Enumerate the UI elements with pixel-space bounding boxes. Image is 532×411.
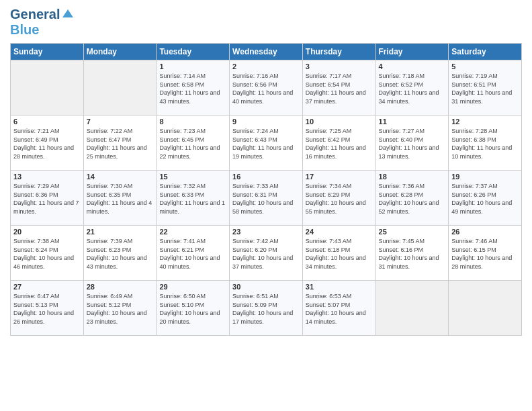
calendar-cell: 8Sunrise: 7:23 AM Sunset: 6:45 PM Daylig…	[157, 116, 230, 171]
day-detail: Sunrise: 7:28 AM Sunset: 6:38 PM Dayligh…	[451, 127, 519, 161]
calendar-cell: 22Sunrise: 7:41 AM Sunset: 6:21 PM Dayli…	[157, 226, 230, 281]
day-detail: Sunrise: 7:24 AM Sunset: 6:43 PM Dayligh…	[232, 127, 300, 161]
day-detail: Sunrise: 7:34 AM Sunset: 6:29 PM Dayligh…	[306, 182, 373, 216]
logo-text-general: General	[10, 7, 60, 22]
day-detail: Sunrise: 7:19 AM Sunset: 6:51 PM Dayligh…	[451, 72, 519, 105]
calendar-cell: 10Sunrise: 7:25 AM Sunset: 6:42 PM Dayli…	[302, 116, 375, 171]
day-detail: Sunrise: 6:50 AM Sunset: 5:10 PM Dayligh…	[159, 292, 226, 326]
calendar-cell: 4Sunrise: 7:18 AM Sunset: 6:52 PM Daylig…	[375, 60, 449, 116]
calendar-cell: 6Sunrise: 7:21 AM Sunset: 6:49 PM Daylig…	[11, 116, 84, 171]
day-detail: Sunrise: 7:33 AM Sunset: 6:31 PM Dayligh…	[232, 182, 300, 216]
day-header-saturday: Saturday	[449, 44, 522, 60]
day-detail: Sunrise: 7:42 AM Sunset: 6:20 PM Dayligh…	[232, 237, 300, 271]
day-detail: Sunrise: 7:21 AM Sunset: 6:49 PM Dayligh…	[13, 127, 81, 161]
day-number: 31	[306, 283, 373, 291]
day-number: 13	[13, 173, 81, 181]
day-detail: Sunrise: 7:41 AM Sunset: 6:21 PM Dayligh…	[159, 237, 226, 271]
day-detail: Sunrise: 6:49 AM Sunset: 5:12 PM Dayligh…	[87, 292, 154, 326]
day-number: 4	[379, 62, 446, 71]
header: General Blue	[10, 7, 522, 38]
day-header-tuesday: Tuesday	[157, 44, 230, 60]
logo: General Blue	[10, 7, 73, 38]
calendar-cell: 28Sunrise: 6:49 AM Sunset: 5:12 PM Dayli…	[83, 281, 157, 336]
calendar-cell: 15Sunrise: 7:32 AM Sunset: 6:33 PM Dayli…	[157, 171, 230, 226]
day-header-wednesday: Wednesday	[230, 44, 303, 60]
calendar-cell: 12Sunrise: 7:28 AM Sunset: 6:38 PM Dayli…	[449, 116, 522, 171]
days-row: SundayMondayTuesdayWednesdayThursdayFrid…	[11, 44, 522, 60]
calendar-cell	[449, 281, 522, 336]
day-number: 3	[306, 62, 373, 71]
day-detail: Sunrise: 7:36 AM Sunset: 6:28 PM Dayligh…	[379, 182, 446, 216]
day-number: 1	[159, 62, 226, 71]
day-header-sunday: Sunday	[11, 44, 84, 60]
day-number: 21	[87, 228, 154, 236]
day-detail: Sunrise: 6:51 AM Sunset: 5:09 PM Dayligh…	[232, 292, 300, 326]
day-detail: Sunrise: 7:32 AM Sunset: 6:33 PM Dayligh…	[159, 182, 226, 216]
day-detail: Sunrise: 7:46 AM Sunset: 6:15 PM Dayligh…	[451, 237, 519, 271]
day-detail: Sunrise: 7:39 AM Sunset: 6:23 PM Dayligh…	[87, 237, 154, 271]
calendar-cell: 30Sunrise: 6:51 AM Sunset: 5:09 PM Dayli…	[230, 281, 303, 336]
day-number: 30	[232, 283, 300, 291]
calendar-cell: 24Sunrise: 7:43 AM Sunset: 6:18 PM Dayli…	[302, 226, 375, 281]
day-number: 27	[13, 283, 81, 291]
day-detail: Sunrise: 7:30 AM Sunset: 6:35 PM Dayligh…	[87, 182, 154, 216]
calendar-cell: 31Sunrise: 6:53 AM Sunset: 5:07 PM Dayli…	[302, 281, 375, 336]
week-row-1: 1Sunrise: 7:14 AM Sunset: 6:58 PM Daylig…	[11, 60, 522, 116]
day-number: 23	[232, 228, 300, 236]
calendar-cell: 3Sunrise: 7:17 AM Sunset: 6:54 PM Daylig…	[302, 60, 375, 116]
day-detail: Sunrise: 7:18 AM Sunset: 6:52 PM Dayligh…	[379, 72, 446, 105]
day-header-monday: Monday	[83, 44, 157, 60]
calendar-cell	[83, 60, 157, 116]
day-header-friday: Friday	[375, 44, 449, 60]
day-number: 8	[159, 118, 226, 126]
calendar-cell: 23Sunrise: 7:42 AM Sunset: 6:20 PM Dayli…	[230, 226, 303, 281]
calendar-cell: 21Sunrise: 7:39 AM Sunset: 6:23 PM Dayli…	[83, 226, 157, 281]
calendar-cell: 14Sunrise: 7:30 AM Sunset: 6:35 PM Dayli…	[83, 171, 157, 226]
calendar-cell: 19Sunrise: 7:37 AM Sunset: 6:26 PM Dayli…	[449, 171, 522, 226]
day-detail: Sunrise: 7:25 AM Sunset: 6:42 PM Dayligh…	[306, 127, 373, 161]
day-number: 5	[451, 62, 519, 71]
calendar-page: General Blue SundayMondayTuesdayWednesda…	[0, 0, 532, 411]
day-number: 28	[87, 283, 154, 291]
day-number: 11	[379, 118, 446, 126]
day-number: 12	[451, 118, 519, 126]
calendar-cell: 20Sunrise: 7:38 AM Sunset: 6:24 PM Dayli…	[11, 226, 84, 281]
day-number: 16	[232, 173, 300, 181]
day-detail: Sunrise: 7:14 AM Sunset: 6:58 PM Dayligh…	[159, 72, 226, 105]
calendar-cell: 17Sunrise: 7:34 AM Sunset: 6:29 PM Dayli…	[302, 171, 375, 226]
calendar-body: 1Sunrise: 7:14 AM Sunset: 6:58 PM Daylig…	[11, 60, 522, 336]
calendar-cell: 1Sunrise: 7:14 AM Sunset: 6:58 PM Daylig…	[157, 60, 230, 116]
day-detail: Sunrise: 7:16 AM Sunset: 6:56 PM Dayligh…	[232, 72, 300, 105]
logo-triangle-icon	[62, 8, 73, 21]
calendar-table: SundayMondayTuesdayWednesdayThursdayFrid…	[10, 43, 522, 336]
calendar-cell: 16Sunrise: 7:33 AM Sunset: 6:31 PM Dayli…	[230, 171, 303, 226]
calendar-cell: 13Sunrise: 7:29 AM Sunset: 6:36 PM Dayli…	[11, 171, 84, 226]
day-detail: Sunrise: 7:29 AM Sunset: 6:36 PM Dayligh…	[13, 182, 81, 216]
day-header-thursday: Thursday	[302, 44, 375, 60]
calendar-cell: 11Sunrise: 7:27 AM Sunset: 6:40 PM Dayli…	[375, 116, 449, 171]
week-row-5: 27Sunrise: 6:47 AM Sunset: 5:13 PM Dayli…	[11, 281, 522, 336]
calendar-cell: 27Sunrise: 6:47 AM Sunset: 5:13 PM Dayli…	[11, 281, 84, 336]
day-number: 14	[87, 173, 154, 181]
svg-marker-0	[62, 9, 73, 17]
calendar-header: SundayMondayTuesdayWednesdayThursdayFrid…	[11, 44, 522, 60]
calendar-cell	[375, 281, 449, 336]
week-row-2: 6Sunrise: 7:21 AM Sunset: 6:49 PM Daylig…	[11, 116, 522, 171]
day-number: 18	[379, 173, 446, 181]
day-number: 26	[451, 228, 519, 236]
day-number: 2	[232, 62, 300, 71]
week-row-3: 13Sunrise: 7:29 AM Sunset: 6:36 PM Dayli…	[11, 171, 522, 226]
day-detail: Sunrise: 7:17 AM Sunset: 6:54 PM Dayligh…	[306, 72, 373, 105]
day-detail: Sunrise: 7:38 AM Sunset: 6:24 PM Dayligh…	[13, 237, 81, 271]
day-number: 6	[13, 118, 81, 126]
day-detail: Sunrise: 6:47 AM Sunset: 5:13 PM Dayligh…	[13, 292, 81, 326]
calendar-cell: 29Sunrise: 6:50 AM Sunset: 5:10 PM Dayli…	[157, 281, 230, 336]
day-number: 25	[379, 228, 446, 236]
day-number: 15	[159, 173, 226, 181]
day-detail: Sunrise: 7:27 AM Sunset: 6:40 PM Dayligh…	[379, 127, 446, 161]
day-detail: Sunrise: 7:23 AM Sunset: 6:45 PM Dayligh…	[159, 127, 226, 161]
calendar-cell: 18Sunrise: 7:36 AM Sunset: 6:28 PM Dayli…	[375, 171, 449, 226]
day-number: 7	[87, 118, 154, 126]
day-detail: Sunrise: 6:53 AM Sunset: 5:07 PM Dayligh…	[306, 292, 373, 326]
day-number: 19	[451, 173, 519, 181]
